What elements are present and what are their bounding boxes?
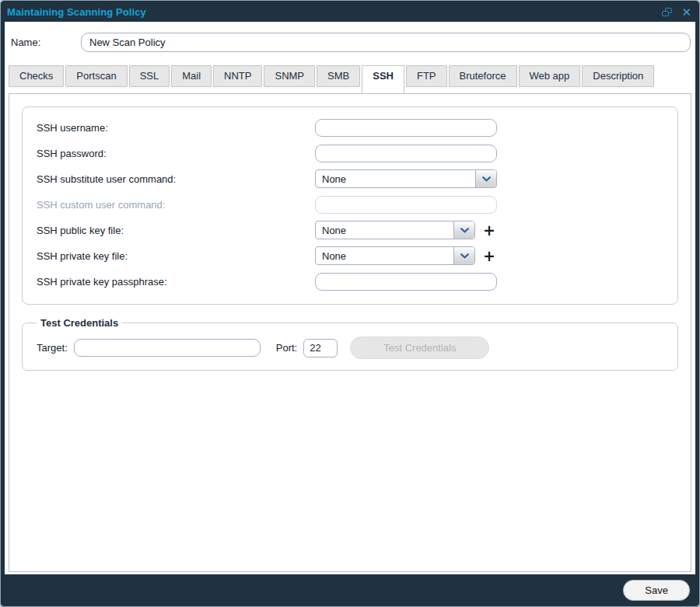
ssh-substitute-user-command-label: SSH substitute user command: (37, 173, 315, 185)
ssh-passphrase-input[interactable] (315, 273, 497, 291)
test-credentials-legend: Test Credentials (37, 317, 122, 329)
tab-checks[interactable]: Checks (9, 65, 64, 87)
tab-ftp[interactable]: FTP (406, 65, 447, 87)
ssh-custom-user-command-label: SSH custom user command: (37, 199, 315, 211)
footer-bar: Save (1, 574, 699, 606)
chevron-down-icon[interactable] (453, 222, 474, 239)
ssh-username-label: SSH username: (37, 122, 315, 134)
ssh-username-input[interactable] (315, 119, 497, 137)
tab-smb[interactable]: SMB (317, 65, 360, 87)
name-row: Name: (5, 22, 695, 62)
ssh-substitute-user-command-row: SSH substitute user command: None (37, 169, 668, 188)
name-label: Name: (8, 37, 81, 48)
tab-portscan[interactable]: Portscan (65, 65, 127, 87)
tab-ssl[interactable]: SSL (129, 65, 170, 87)
ssh-credentials-box: SSH username: SSH password: SSH substitu… (22, 106, 678, 305)
ssh-username-row: SSH username: (37, 118, 668, 137)
ssh-public-key-file-label: SSH public key file: (37, 225, 315, 236)
restore-window-icon[interactable] (662, 8, 672, 16)
ssh-custom-user-command-input (315, 196, 497, 214)
test-credentials-fieldset: Test Credentials Target: Port: Test Cred… (22, 317, 678, 371)
select-value: None (316, 170, 475, 187)
test-credentials-row: Target: Port: Test Credentials (30, 337, 670, 359)
close-icon[interactable]: ✕ (681, 6, 691, 18)
test-credentials-button[interactable]: Test Credentials (350, 337, 489, 359)
select-value: None (316, 222, 453, 239)
ssh-public-key-file-row: SSH public key file: None + (37, 221, 668, 239)
port-input[interactable] (303, 339, 338, 358)
ssh-password-row: SSH password: (37, 144, 668, 162)
ssh-private-key-file-select[interactable]: None (315, 246, 475, 265)
target-input[interactable] (74, 339, 261, 357)
target-label: Target: (37, 342, 68, 354)
maintain-scanning-policy-dialog: Maintaining Scanning Policy ✕ Name: Chec… (0, 0, 700, 607)
add-public-key-icon[interactable]: + (483, 223, 495, 237)
tab-bruteforce[interactable]: Bruteforce (449, 65, 517, 87)
ssh-password-label: SSH password: (37, 148, 315, 159)
tab-snmp[interactable]: SNMP (264, 65, 315, 87)
tab-ssh[interactable]: SSH (362, 65, 404, 93)
tab-bar: Checks Portscan SSL Mail NNTP SNMP SMB S… (5, 62, 695, 87)
save-button[interactable]: Save (623, 580, 690, 601)
chevron-down-icon[interactable] (453, 247, 474, 264)
title-bar: Maintaining Scanning Policy ✕ (1, 1, 699, 22)
ssh-private-key-file-row: SSH private key file: None + (37, 246, 668, 265)
ssh-substitute-user-command-select[interactable]: None (315, 169, 497, 188)
chevron-down-icon[interactable] (475, 170, 496, 187)
dialog-body: Name: Checks Portscan SSL Mail NNTP SNMP… (5, 22, 695, 574)
window-title: Maintaining Scanning Policy (7, 6, 662, 18)
ssh-public-key-file-select[interactable]: None (315, 221, 475, 239)
tab-mail[interactable]: Mail (171, 65, 212, 87)
tab-nntp[interactable]: NNTP (213, 65, 262, 87)
tab-webapp[interactable]: Web app (519, 65, 581, 87)
ssh-custom-user-command-row: SSH custom user command: (37, 195, 668, 214)
ssh-passphrase-row: SSH private key passphrase: (37, 272, 668, 291)
ssh-passphrase-label: SSH private key passphrase: (37, 276, 315, 288)
ssh-tab-panel: SSH username: SSH password: SSH substitu… (9, 93, 691, 572)
ssh-private-key-file-label: SSH private key file: (37, 250, 315, 262)
tab-description[interactable]: Description (582, 65, 654, 87)
port-label: Port: (276, 342, 297, 354)
select-value: None (316, 247, 453, 264)
add-private-key-icon[interactable]: + (483, 249, 495, 263)
ssh-password-input[interactable] (315, 145, 497, 162)
policy-name-input[interactable] (81, 33, 691, 52)
